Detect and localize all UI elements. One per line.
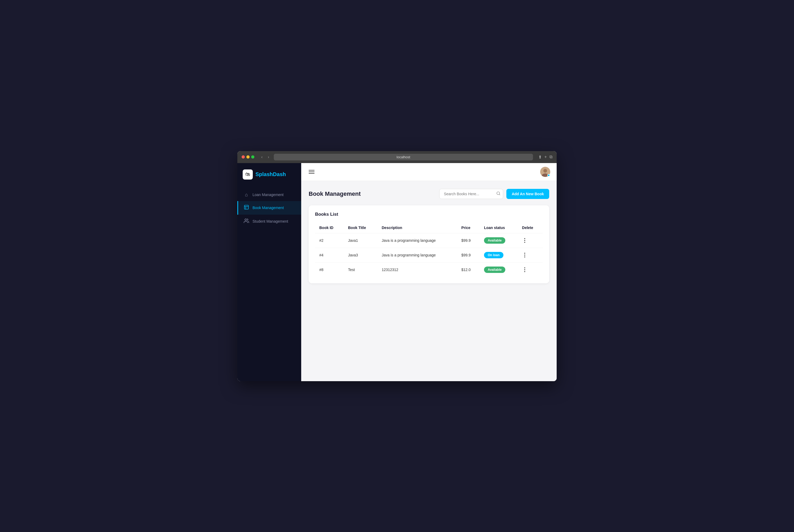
books-list-title: Books List (315, 212, 543, 217)
cell-book-title: Java3 (344, 248, 378, 262)
svg-point-3 (543, 169, 547, 173)
dot-3 (524, 271, 525, 272)
table-body: #2 Java1 Java is a programming language … (315, 233, 543, 277)
hamburger-menu-button[interactable] (308, 169, 316, 175)
page-header: Book Management Add An New Book (309, 189, 549, 199)
content-area: Book Management Add An New Book (301, 181, 557, 381)
cell-delete (518, 233, 543, 248)
svg-point-1 (245, 218, 247, 221)
navigation-controls: ‹ › (260, 154, 271, 159)
dot-1 (524, 253, 525, 254)
col-header-price: Price (457, 222, 480, 233)
user-avatar-container[interactable] (540, 167, 550, 177)
svg-line-6 (499, 194, 500, 195)
table-row: #8 Test 12312312 $12.0 Available (315, 262, 543, 277)
maximize-window-dot[interactable] (251, 155, 254, 158)
dot-2 (524, 254, 525, 255)
page-header-actions: Add An New Book (439, 189, 549, 199)
status-badge: Available (484, 267, 505, 273)
cell-description: Java is a programming language (378, 248, 457, 262)
back-button[interactable]: ‹ (260, 154, 264, 159)
page-title: Book Management (309, 190, 361, 197)
online-status-dot (547, 174, 550, 177)
table-header: Book ID Book Title Description Price Loa… (315, 222, 543, 233)
cell-description: 12312312 (378, 262, 457, 277)
topbar (301, 163, 557, 181)
dot-1 (524, 238, 525, 239)
cell-price: $12.0 (457, 262, 480, 277)
logo-dash: Dash (273, 171, 286, 177)
dot-3 (524, 242, 525, 243)
delete-menu-button[interactable] (522, 266, 527, 273)
home-icon: ⌂ (244, 192, 249, 198)
table-row: #4 Java3 Java is a programming language … (315, 248, 543, 262)
new-tab-button[interactable]: + (544, 155, 547, 159)
forward-button[interactable]: › (266, 154, 271, 159)
sidebar-label-loan-management: Loan Management (252, 193, 284, 197)
hamburger-line-2 (309, 172, 315, 172)
app-layout: 🛍 SplashDash ⌂ Loan Management (237, 163, 557, 381)
browser-window: ‹ › localhost ⬆ + ⧉ 🛍 SplashDash (237, 151, 557, 381)
cell-book-id: #2 (315, 233, 344, 248)
delete-menu-button[interactable] (522, 237, 527, 244)
books-card: Books List Book ID Book Title Descriptio… (309, 205, 549, 283)
sidebar-item-loan-management[interactable]: ⌂ Loan Management (237, 189, 301, 201)
search-container (439, 189, 503, 199)
minimize-window-dot[interactable] (246, 155, 250, 158)
sidebar-label-book-management: Book Management (252, 206, 284, 210)
book-icon (244, 205, 249, 211)
cell-book-id: #8 (315, 262, 344, 277)
dot-2 (524, 240, 525, 241)
search-input[interactable] (439, 189, 503, 199)
table-row: #2 Java1 Java is a programming language … (315, 233, 543, 248)
dot-2 (524, 269, 525, 270)
window-controls (242, 155, 254, 158)
logo-icon: 🛍 (243, 169, 253, 179)
hamburger-line-3 (309, 173, 315, 174)
sidebar-logo: 🛍 SplashDash (237, 163, 301, 186)
delete-menu-button[interactable] (522, 252, 527, 259)
col-header-book-id: Book ID (315, 222, 344, 233)
dot-1 (524, 267, 525, 268)
col-header-book-title: Book Title (344, 222, 378, 233)
cell-delete (518, 262, 543, 277)
logo-text: SplashDash (256, 171, 286, 177)
cell-price: $99.9 (457, 248, 480, 262)
cell-book-id: #4 (315, 248, 344, 262)
cell-loan-status: Available (480, 233, 518, 248)
address-bar[interactable]: localhost (274, 154, 533, 160)
users-icon (244, 218, 249, 225)
sidebar-item-student-management[interactable]: Student Management (237, 215, 301, 228)
main-content: Book Management Add An New Book (301, 163, 557, 381)
add-new-book-button[interactable]: Add An New Book (506, 189, 549, 199)
browser-chrome: ‹ › localhost ⬆ + ⧉ (237, 151, 557, 163)
status-badge: On loan (484, 252, 504, 258)
sidebar-navigation: ⌂ Loan Management Book Management (237, 186, 301, 231)
cell-loan-status: Available (480, 262, 518, 277)
url-text: localhost (396, 155, 410, 159)
sidebar-item-book-management[interactable]: Book Management (237, 201, 301, 215)
sidebar-label-student-management: Student Management (252, 219, 288, 224)
tabs-button[interactable]: ⧉ (549, 155, 552, 159)
col-header-loan-status: Loan status (480, 222, 518, 233)
col-header-delete: Delete (518, 222, 543, 233)
share-button[interactable]: ⬆ (538, 155, 542, 159)
cell-delete (518, 248, 543, 262)
table-header-row: Book ID Book Title Description Price Loa… (315, 222, 543, 233)
cell-price: $99.9 (457, 233, 480, 248)
logo-splash: Splash (256, 171, 273, 177)
status-badge: Available (484, 237, 505, 244)
sidebar: 🛍 SplashDash ⌂ Loan Management (237, 163, 301, 381)
topbar-right (540, 167, 550, 177)
cell-description: Java is a programming language (378, 233, 457, 248)
dot-3 (524, 256, 525, 258)
books-table: Book ID Book Title Description Price Loa… (315, 222, 543, 277)
cell-book-title: Java1 (344, 233, 378, 248)
hamburger-line-1 (309, 170, 315, 171)
close-window-dot[interactable] (242, 155, 245, 158)
search-button[interactable] (496, 191, 500, 196)
cell-book-title: Test (344, 262, 378, 277)
col-header-description: Description (378, 222, 457, 233)
cell-loan-status: On loan (480, 248, 518, 262)
logo-icon-symbol: 🛍 (245, 172, 250, 177)
